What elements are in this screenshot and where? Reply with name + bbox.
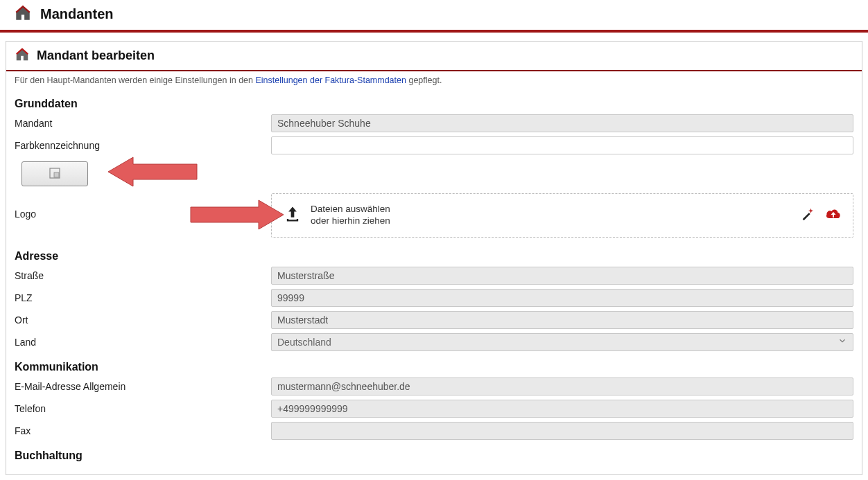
section-buchhaltung: Buchhaltung <box>15 450 853 462</box>
info-suffix: gepflegt. <box>408 75 442 85</box>
annotation-arrow <box>189 199 284 233</box>
home-icon[interactable] <box>14 4 32 24</box>
label-mandant: Mandant <box>15 118 271 129</box>
info-bar: Für den Haupt-Mandanten werden einige Ei… <box>6 71 862 89</box>
color-picker-button[interactable] <box>21 161 88 186</box>
label-telefon: Telefon <box>15 403 271 414</box>
fax-field[interactable] <box>271 422 853 440</box>
email-field[interactable] <box>271 377 853 395</box>
farbkennzeichnung-field[interactable] <box>271 136 853 154</box>
svg-marker-2 <box>108 157 197 186</box>
ort-field[interactable] <box>271 311 853 329</box>
cloud-upload-icon[interactable] <box>825 207 842 223</box>
section-grunddaten: Grunddaten <box>15 98 853 110</box>
label-plz: PLZ <box>15 292 271 303</box>
upload-icon <box>283 204 302 226</box>
label-email: E-Mail-Adresse Allgemein <box>15 381 271 392</box>
info-link[interactable]: Einstellungen der Faktura-Stammdaten <box>255 75 406 85</box>
logo-dropzone[interactable]: Dateien auswählen oder hierhin ziehen <box>271 193 853 238</box>
panel-title: Mandant bearbeiten <box>37 48 155 63</box>
section-adresse: Adresse <box>15 250 853 263</box>
edit-panel: Mandant bearbeiten Für den Haupt-Mandant… <box>6 41 862 475</box>
magic-wand-icon[interactable] <box>800 206 815 224</box>
chevron-down-icon <box>837 336 847 348</box>
page-topbar: Mandanten <box>0 0 868 33</box>
label-strasse: Straße <box>15 270 271 281</box>
dropzone-line2: oder hierhin ziehen <box>311 215 390 227</box>
label-farbkennzeichnung: Farbkennzeichnung <box>15 140 271 151</box>
land-value: Deutschland <box>277 337 331 348</box>
plz-field[interactable] <box>271 289 853 307</box>
page-title: Mandanten <box>40 6 114 22</box>
label-ort: Ort <box>15 314 271 326</box>
mandant-field[interactable] <box>271 114 853 132</box>
annotation-arrow <box>108 156 198 190</box>
strasse-field[interactable] <box>271 267 853 285</box>
info-prefix: Für den Haupt-Mandanten werden einige Ei… <box>15 75 255 85</box>
svg-marker-3 <box>191 200 284 229</box>
telefon-field[interactable] <box>271 400 853 418</box>
section-kommunikation: Kommunikation <box>15 361 853 373</box>
label-fax: Fax <box>15 425 271 436</box>
dropzone-line1: Dateien auswählen <box>311 204 390 215</box>
svg-rect-1 <box>54 172 59 177</box>
color-swatch-icon <box>49 167 61 181</box>
land-select[interactable]: Deutschland <box>271 333 853 351</box>
home-icon[interactable] <box>15 47 30 64</box>
panel-header: Mandant bearbeiten <box>6 42 862 71</box>
label-land: Land <box>15 337 271 348</box>
